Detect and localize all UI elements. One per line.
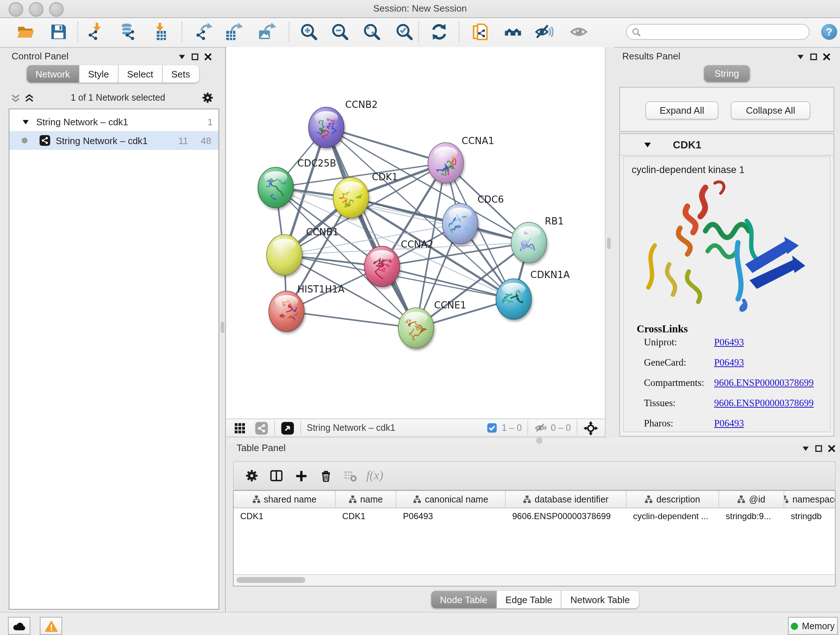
network-canvas[interactable]: CCNB2CCNA1CDC25BCDK1CDC6RB1CCNB1CCNA2CDK… (226, 47, 605, 418)
panel-close-icon[interactable] (204, 53, 212, 61)
tab-string[interactable]: String (704, 65, 750, 82)
column-header-canonical-name[interactable]: canonical name (396, 491, 506, 508)
function-builder-button[interactable]: f(x) (363, 465, 387, 486)
network-node-CDK1[interactable] (333, 177, 369, 218)
network-node-CCNB1[interactable] (267, 234, 302, 275)
import-network-from-database-button[interactable] (117, 20, 138, 43)
network-view-share-icon[interactable] (255, 421, 268, 435)
network-node-CDC25B[interactable] (258, 167, 294, 210)
network-node-CCNA2[interactable] (364, 246, 400, 287)
first-neighbors-button[interactable] (502, 20, 524, 43)
help-button[interactable]: ? (821, 23, 838, 41)
bottom-splitter-handle[interactable] (536, 437, 543, 444)
scrollbar-thumb[interactable] (237, 577, 305, 583)
refresh-icon (430, 22, 448, 41)
node-table[interactable]: shared namenamecanonical namedatabase id… (233, 490, 836, 586)
panel-close-icon[interactable] (828, 445, 836, 453)
import-table-from-file-button[interactable] (149, 20, 171, 43)
network-collection-row[interactable]: String Network – cdk1 1 (9, 112, 218, 131)
search-input[interactable] (626, 24, 810, 40)
crosslink-link[interactable]: 9606.ENSP00000378699 (714, 397, 813, 409)
warning-icon (44, 620, 57, 632)
network-options-gear-icon[interactable] (201, 91, 214, 104)
panel-float-icon[interactable] (815, 445, 823, 453)
crosslink-link[interactable]: P06493 (714, 337, 744, 348)
right-splitter-handle[interactable] (607, 238, 611, 249)
table-hscrollbar[interactable] (234, 574, 835, 586)
grid-view-icon[interactable] (234, 422, 246, 434)
crosslink-link[interactable]: P06493 (714, 418, 744, 429)
selected-checkbox-icon[interactable] (487, 423, 497, 433)
delete-column-button[interactable] (313, 465, 338, 486)
cloud-status-button[interactable] (8, 617, 30, 635)
column-header-shared-name[interactable]: shared name (234, 491, 336, 508)
section-collapse-icon[interactable] (643, 140, 652, 149)
export-image-button[interactable] (256, 20, 278, 43)
panel-float-icon[interactable] (810, 53, 818, 61)
copy-network-button[interactable] (470, 20, 492, 43)
table-settings-button[interactable] (240, 465, 264, 486)
network-node-CDC6[interactable] (442, 203, 478, 244)
column-header-database-identifier[interactable]: database identifier (506, 491, 627, 508)
show-all-button[interactable] (568, 20, 590, 43)
network-node-CCNB2[interactable] (309, 107, 344, 148)
collapse-all-button[interactable]: Collapse All (731, 101, 810, 119)
import-network-from-file-button[interactable] (85, 20, 106, 43)
network-node-HIST1H1A[interactable] (269, 291, 304, 332)
node-label-CCNA2: CCNA2 (401, 239, 433, 250)
export-table-button[interactable] (223, 20, 245, 43)
gene-section-header[interactable]: CDK1 (620, 134, 834, 156)
column-header-@id[interactable]: @id (719, 491, 784, 508)
network-node-RB1[interactable] (511, 222, 546, 263)
crosslink-link[interactable]: P06493 (714, 357, 744, 369)
network-selection-status: 1 of 1 Network selected (35, 93, 201, 103)
warnings-button[interactable] (40, 617, 62, 635)
open-session-button[interactable] (15, 20, 37, 43)
column-header-description[interactable]: description (627, 491, 719, 508)
tab-select[interactable]: Select (118, 65, 163, 82)
panel-menu-icon[interactable] (178, 53, 186, 61)
toolbar-separator (77, 22, 78, 42)
create-column-button[interactable] (289, 465, 313, 486)
table-panel-tabs: Node TableEdge TableNetwork Table (431, 591, 638, 608)
tree-icon (413, 495, 421, 503)
save-session-button[interactable] (48, 20, 69, 43)
panel-close-icon[interactable] (823, 53, 831, 61)
zoom-out-button[interactable] (329, 20, 351, 43)
memory-button[interactable]: Memory (788, 617, 838, 635)
panel-menu-icon[interactable] (797, 53, 805, 61)
refresh-button[interactable] (428, 20, 450, 43)
tab-sets[interactable]: Sets (163, 65, 199, 82)
network-node-CCNE1[interactable] (398, 308, 434, 348)
tab-network-table[interactable]: Network Table (562, 591, 638, 608)
network-row-selected[interactable]: String Network – cdk1 11 48 (9, 131, 218, 150)
expand-all-button[interactable]: Expand All (645, 101, 718, 119)
detach-view-icon[interactable] (281, 421, 294, 435)
zoom-fit-button[interactable] (361, 20, 383, 43)
panel-float-icon[interactable] (191, 53, 199, 61)
crosslink-link[interactable]: 9606.ENSP00000378699 (714, 377, 813, 389)
horizontal-splitter[interactable] (226, 438, 840, 443)
save-floppy-icon (49, 22, 68, 41)
tab-network[interactable]: Network (27, 65, 79, 82)
zoom-selected-button[interactable] (393, 20, 415, 43)
zoom-in-button[interactable] (298, 20, 320, 43)
hide-selected-button[interactable] (533, 20, 555, 43)
tab-style[interactable]: Style (79, 65, 118, 82)
delete-table-button[interactable] (338, 465, 363, 486)
collapse-arrow-icon[interactable] (22, 118, 30, 126)
tab-edge-table[interactable]: Edge Table (497, 591, 562, 608)
show-columns-button[interactable] (264, 465, 289, 486)
collapse-all-networks-icon[interactable] (24, 92, 35, 103)
export-network-button[interactable] (193, 20, 215, 43)
expand-all-networks-icon[interactable] (10, 92, 21, 103)
left-splitter-handle[interactable] (221, 321, 224, 333)
panel-menu-icon[interactable] (802, 445, 810, 453)
table-row[interactable]: CDK1CDK1P064939606.ENSP00000378699cyclin… (234, 508, 835, 524)
network-node-CDKN1A[interactable] (496, 279, 531, 319)
column-header-namespace[interactable]: namespace (784, 491, 836, 508)
column-header-name[interactable]: name (336, 491, 396, 508)
birdseye-crosshair-icon[interactable] (583, 420, 598, 435)
tab-node-table[interactable]: Node Table (431, 591, 497, 608)
network-node-CCNA1[interactable] (428, 143, 463, 183)
